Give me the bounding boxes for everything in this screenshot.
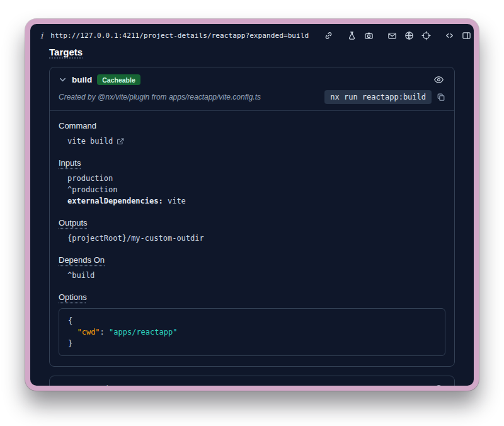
address-bar[interactable]: http://127.0.0.1:4211/project-details/re… — [50, 32, 309, 40]
camera-icon[interactable] — [364, 31, 374, 40]
json-line: { — [68, 315, 436, 326]
input-item: production — [59, 173, 445, 184]
external-deps-value: vite — [163, 197, 186, 205]
options-label: Options — [59, 292, 87, 302]
json-separator: : — [100, 328, 109, 337]
target-name[interactable]: build — [72, 75, 92, 84]
options-section: Options { "cwd": "apps/reactapp" } — [59, 291, 445, 356]
outputs-label: Outputs — [59, 217, 88, 228]
build-card-header: build Cacheable Created by @nx/vite/plug… — [50, 67, 454, 111]
external-link-icon[interactable] — [117, 137, 125, 146]
external-deps-key: externalDependencies: — [67, 197, 163, 205]
json-line: } — [68, 338, 436, 349]
target-name[interactable]: serve — [72, 384, 94, 386]
inputs-section: Inputs production ^production externalDe… — [59, 157, 445, 207]
json-key-cwd: "cwd" — [77, 328, 100, 337]
app-window: i http://127.0.0.1:4211/project-details/… — [30, 24, 474, 386]
project-details-content: Targets build Cacheable — [30, 47, 474, 386]
chevron-down-icon[interactable] — [59, 76, 67, 84]
code-icon[interactable] — [445, 31, 454, 40]
target-card-serve: serve vite serve — [49, 376, 455, 386]
eye-icon — [433, 74, 444, 85]
command-value: vite build — [67, 135, 113, 147]
layout-icon[interactable] — [462, 31, 471, 40]
created-by-text: Created by @nx/vite/plugin from apps/rea… — [59, 93, 261, 101]
cacheable-badge: Cacheable — [97, 74, 140, 85]
info-icon: i — [40, 31, 43, 40]
json-line: "cwd": "apps/reactapp" — [68, 326, 436, 338]
browser-topbar: i http://127.0.0.1:4211/project-details/… — [30, 24, 474, 47]
view-in-graph-button[interactable] — [432, 73, 445, 86]
depends-on-section: Depends On ^build — [59, 254, 445, 281]
serve-command-preview: vite serve — [100, 384, 146, 386]
copy-icon — [437, 93, 445, 101]
output-item: {projectRoot}/my-custom-outdir — [59, 233, 445, 244]
flask-icon[interactable] — [347, 31, 357, 40]
options-json-block: { "cwd": "apps/reactapp" } — [59, 308, 445, 356]
input-item: ^production — [59, 184, 445, 195]
target-card-build: build Cacheable Created by @nx/vite/plug… — [49, 67, 455, 367]
chevron-down-icon[interactable] — [59, 384, 67, 386]
link-icon[interactable] — [324, 31, 333, 40]
targets-heading: Targets — [49, 47, 83, 57]
depends-on-label: Depends On — [59, 255, 105, 265]
browser-window-frame: i http://127.0.0.1:4211/project-details/… — [25, 19, 479, 391]
globe-icon[interactable] — [404, 31, 414, 40]
copy-command-button[interactable] — [437, 93, 445, 101]
crosshair-icon[interactable] — [421, 31, 431, 40]
eye-icon — [433, 383, 444, 386]
serve-card-header: serve vite serve — [50, 376, 454, 386]
depends-on-item: ^build — [59, 270, 445, 281]
build-card-body: Command vite build Inputs production ^pr… — [50, 111, 454, 366]
outputs-section: Outputs {projectRoot}/my-custom-outdir — [59, 217, 445, 244]
json-value-cwd: "apps/reactapp" — [109, 328, 177, 337]
command-section: Command vite build — [59, 120, 445, 147]
inputs-label: Inputs — [59, 158, 81, 168]
view-in-graph-button[interactable] — [432, 382, 445, 386]
run-command-chip[interactable]: nx run reactapp:build — [324, 90, 432, 104]
input-item-external-deps: externalDependencies: vite — [59, 195, 445, 207]
mail-icon[interactable] — [387, 31, 397, 40]
command-label: Command — [59, 120, 96, 131]
